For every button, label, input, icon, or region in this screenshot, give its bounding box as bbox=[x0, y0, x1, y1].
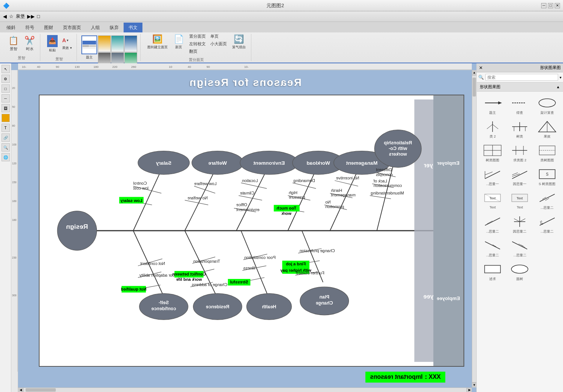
shape-cause1a[interactable]: ...思量一 bbox=[480, 166, 505, 188]
theme-active[interactable] bbox=[81, 35, 97, 54]
svg-line-175 bbox=[485, 218, 500, 225]
ribbon-btn-fuzhiye[interactable]: 置分面页 bbox=[188, 33, 207, 40]
tab-yemianye[interactable]: 页市面页 bbox=[58, 23, 86, 32]
tool-connect[interactable]: 🔗 bbox=[2, 133, 10, 142]
tool-pointer[interactable]: ↖ bbox=[2, 65, 10, 73]
ribbon-btn-fanye[interactable]: 翻页 bbox=[188, 48, 207, 55]
svg-line-59 bbox=[192, 257, 215, 263]
horizontal-scrollbar[interactable]: ◀ ▶ bbox=[18, 387, 472, 392]
shape-cause2a[interactable]: ...思量二 bbox=[534, 190, 560, 212]
ribbon-btn-xiaodaye[interactable]: 小大面页 bbox=[209, 40, 228, 47]
shape-text-box1[interactable]: Text Text bbox=[480, 190, 505, 212]
scroll-thumb-h[interactable] bbox=[26, 388, 56, 392]
shape-compute[interactable]: 架计算查 bbox=[534, 95, 560, 117]
shape-cause2e[interactable]: ...思量二 bbox=[480, 237, 505, 259]
tool-image[interactable]: 🖼 bbox=[2, 104, 10, 112]
shape-s-box[interactable]: S S 树类图图 bbox=[534, 166, 560, 188]
svg-text:40: 40 bbox=[37, 65, 40, 69]
svg-line-61 bbox=[190, 282, 213, 287]
search-input[interactable] bbox=[485, 74, 558, 81]
maximize-btn[interactable]: □ bbox=[548, 3, 553, 8]
tool-settings[interactable]: ⚙ bbox=[2, 75, 10, 83]
shape-class2[interactable]: 类 2 bbox=[480, 118, 505, 141]
qat-save[interactable]: □ bbox=[37, 14, 40, 19]
svg-text:Welfare: Welfare bbox=[208, 160, 226, 166]
shape-icon-class-tree-diagram bbox=[538, 144, 557, 157]
close-btn[interactable]: ✕ bbox=[555, 3, 560, 8]
shape-query[interactable]: 得查 bbox=[507, 95, 532, 117]
svg-line-40 bbox=[241, 183, 267, 188]
shape-tree[interactable]: 树类 bbox=[507, 118, 532, 141]
theme-blue2[interactable] bbox=[124, 35, 137, 52]
tool-zoom[interactable]: 🔍 bbox=[2, 143, 10, 152]
shape-cause2f[interactable]: ...思量二 bbox=[507, 237, 532, 259]
shape-text-box2[interactable]: Text Text bbox=[507, 190, 532, 212]
qat-back[interactable]: ◀ bbox=[3, 14, 7, 19]
svg-point-72 bbox=[240, 151, 298, 175]
tab-zongqi[interactable]: 纵弃 bbox=[105, 23, 124, 32]
tool-text[interactable]: T bbox=[2, 124, 10, 132]
ribbon-btn-danye[interactable]: 单页 bbox=[209, 33, 228, 40]
shapes-section-fishbone[interactable]: 形状图果图 ▲ bbox=[477, 83, 563, 92]
ribbon-btn-jingzhi[interactable]: 📋 景智 bbox=[6, 34, 21, 53]
qat-arrow[interactable]: ▶▶ bbox=[27, 14, 35, 19]
theme-orange[interactable] bbox=[98, 35, 111, 52]
shape-rect[interactable]: 述求 bbox=[480, 261, 505, 283]
ribbon-btn-xinye[interactable]: 📄 新页 bbox=[171, 33, 186, 55]
svg-text:Plan: Plan bbox=[320, 294, 329, 300]
scroll-left-btn[interactable]: ◀ bbox=[18, 388, 23, 392]
theme-teal[interactable] bbox=[111, 35, 124, 52]
svg-line-64 bbox=[241, 277, 265, 282]
ribbon-btn-a-format[interactable]: A ▾ bbox=[61, 37, 73, 44]
ribbon-btn-tucai[interactable]: 🖼️ 图剑建立面页 bbox=[145, 33, 170, 55]
tab-qingxie[interactable]: 倾斜 bbox=[2, 23, 20, 32]
ribbon-btn-guoying[interactable]: 果效 ▾ bbox=[61, 45, 73, 51]
tool-line[interactable]: ─ bbox=[2, 94, 10, 103]
shape-req-class2[interactable]: 求类图 2 bbox=[507, 142, 532, 164]
tool-rect[interactable]: □ bbox=[2, 84, 10, 93]
ribbon-btn-zuoyoujiaohuan[interactable]: 左转校文 bbox=[188, 40, 207, 47]
svg-point-76 bbox=[334, 151, 390, 175]
search-dropdown[interactable]: ▾ bbox=[560, 75, 561, 80]
scroll-right-btn[interactable]: ▶ bbox=[467, 388, 472, 392]
shape-effect[interactable]: 果效 bbox=[534, 118, 560, 141]
svg-text:Office: Office bbox=[236, 202, 247, 207]
svg-line-58 bbox=[137, 285, 161, 289]
shape-icon-cause2b bbox=[483, 215, 502, 228]
svg-text:low cost: low cost bbox=[133, 186, 148, 190]
svg-text:Workload: Workload bbox=[307, 160, 330, 166]
minimize-btn[interactable]: ─ bbox=[541, 3, 546, 8]
ribbon-btn-paste[interactable]: 📥 粘贴 bbox=[45, 34, 60, 54]
shape-icon-compute bbox=[538, 96, 557, 110]
tool-globe[interactable]: 🌐 bbox=[2, 153, 10, 161]
shape-cause1b[interactable]: 因思量一 bbox=[507, 166, 532, 188]
tab-tucai[interactable]: 图财 bbox=[39, 23, 58, 32]
svg-line-47 bbox=[330, 193, 353, 198]
right-panel-title: 形状图果图 bbox=[540, 65, 561, 70]
ribbon-btn-shishui[interactable]: ✂️ 时水 bbox=[22, 34, 37, 53]
tab-renzhu[interactable]: 人组 bbox=[86, 23, 105, 32]
right-panel-close[interactable]: ✕ bbox=[479, 65, 483, 70]
tab-fuhu[interactable]: 符号 bbox=[20, 23, 39, 32]
ribbon-btn-qitianzidong[interactable]: 🔄 算气填自 bbox=[230, 33, 248, 55]
tool-color[interactable] bbox=[2, 114, 10, 122]
svg-line-67 bbox=[295, 272, 318, 275]
shape-class-tree-diagram[interactable]: 类树图图 bbox=[534, 142, 560, 164]
svg-line-184 bbox=[485, 242, 500, 249]
shape-oval[interactable]: 圆树 bbox=[507, 261, 532, 283]
shapes-section-collapse[interactable]: ▲ bbox=[556, 85, 560, 89]
scroll-up-btn[interactable]: ▲ bbox=[472, 70, 476, 75]
shape-topic[interactable]: 题主 bbox=[480, 95, 505, 117]
fishbone-lines: Resign Employer Employee bbox=[40, 95, 464, 366]
shape-cause2d[interactable]: Te xt ...思量二 bbox=[534, 213, 560, 236]
scroll-thumb-v[interactable] bbox=[473, 78, 476, 96]
shape-cause2b[interactable]: ...思量二 bbox=[480, 213, 505, 236]
shape-tree-diagram[interactable]: 树类图图 bbox=[480, 142, 505, 164]
scroll-down-btn[interactable]: ▼ bbox=[472, 382, 476, 387]
shape-effect-label: 果效 bbox=[544, 134, 551, 139]
shape-cause2c[interactable]: 因思量二 bbox=[507, 213, 532, 236]
tab-shuwen[interactable]: 书文 bbox=[124, 23, 142, 32]
qat-star[interactable]: ☆ bbox=[9, 14, 14, 19]
svg-line-37 bbox=[126, 200, 152, 205]
vertical-scrollbar[interactable]: ▲ ▼ bbox=[472, 70, 476, 387]
